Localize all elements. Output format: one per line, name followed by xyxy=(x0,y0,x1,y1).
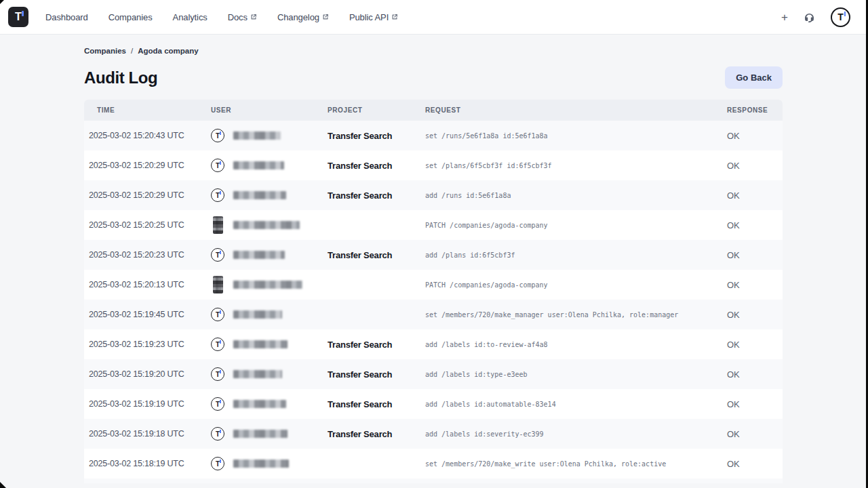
row-response: OK xyxy=(727,429,783,439)
breadcrumb-companies[interactable]: Companies xyxy=(84,47,126,55)
redacted-user-name xyxy=(233,131,281,140)
row-project: Transfer Search xyxy=(328,429,425,439)
row-request: set /members/720/make_manager user:Olena… xyxy=(425,311,727,319)
table-row: 2025-03-02 15:20:23 UTC T Transfer Searc… xyxy=(84,240,783,270)
row-user: T xyxy=(211,188,328,202)
row-time: 2025-03-02 15:20:23 UTC xyxy=(84,250,211,260)
audit-log-table: Time User Project Request Response 2025-… xyxy=(84,100,783,483)
table-row: 2025-03-02 15:19:19 UTC T Transfer Searc… xyxy=(84,389,783,419)
breadcrumb: Companies / Agoda company xyxy=(84,47,783,55)
table-row: 2025-03-02 15:19:23 UTC T Transfer Searc… xyxy=(84,329,783,359)
row-time: 2025-03-02 15:20:13 UTC xyxy=(84,280,211,289)
nav-item-changelog[interactable]: Changelog xyxy=(277,12,329,22)
redacted-user-name xyxy=(233,400,286,408)
redacted-user-name xyxy=(233,191,286,199)
column-header-project: Project xyxy=(328,106,425,114)
user-avatar-logo-icon: T xyxy=(211,129,224,142)
row-project: Transfer Search xyxy=(328,250,425,260)
row-response: OK xyxy=(727,340,783,350)
row-response: OK xyxy=(727,161,783,171)
redacted-user-name xyxy=(233,161,284,169)
row-time: 2025-03-02 15:18:19 UTC xyxy=(84,459,211,468)
user-avatar-logo-icon: T xyxy=(211,367,224,381)
row-time: 2025-03-02 15:20:29 UTC xyxy=(84,190,211,200)
row-user: T xyxy=(211,159,328,172)
redacted-user-name xyxy=(233,221,300,229)
column-header-response: Response xyxy=(727,106,783,114)
logo-accent xyxy=(22,11,24,16)
nav-item-analytics[interactable]: Analytics xyxy=(173,12,208,22)
user-avatar[interactable]: T xyxy=(831,7,850,27)
row-request: add /plans id:6f5cbf3f xyxy=(425,251,727,259)
redacted-user-name xyxy=(233,281,302,289)
row-response: OK xyxy=(727,190,783,201)
table-row: 2025-03-02 15:20:29 UTC T Transfer Searc… xyxy=(84,180,783,210)
row-time: 2025-03-02 15:20:43 UTC xyxy=(84,131,211,140)
row-time: 2025-03-02 15:19:20 UTC xyxy=(84,369,211,379)
nav-actions: + T xyxy=(781,7,850,27)
redacted-user-name xyxy=(233,370,282,378)
row-request: set /plans/6f5cbf3f id:6f5cbf3f xyxy=(425,162,727,169)
row-user: T xyxy=(211,427,328,441)
row-user: T xyxy=(211,338,328,351)
support-icon[interactable] xyxy=(803,11,816,24)
redacted-user-name xyxy=(233,340,288,348)
row-response: OK xyxy=(727,280,783,290)
table-header-row: Time User Project Request Response xyxy=(84,100,783,121)
nav-item-public-api[interactable]: Public API xyxy=(349,12,398,22)
user-avatar-photo xyxy=(213,216,223,234)
user-avatar-logo-icon: T xyxy=(211,159,224,172)
row-response: OK xyxy=(727,131,783,141)
title-row: Audit Log Go Back xyxy=(84,66,783,89)
add-button[interactable]: + xyxy=(781,12,788,23)
nav-item-dashboard[interactable]: Dashboard xyxy=(45,12,88,22)
column-header-time: Time xyxy=(84,106,211,114)
nav-menu: Dashboard Companies Analytics Docs Chang… xyxy=(45,12,398,22)
row-request: add /labels id:type-e3eeb xyxy=(425,371,727,378)
row-request: add /labels id:automatable-83e14 xyxy=(425,401,727,408)
row-time: 2025-03-02 15:19:23 UTC xyxy=(84,340,211,349)
row-request: PATCH /companies/agoda-company xyxy=(425,222,727,229)
row-time: 2025-03-02 15:19:19 UTC xyxy=(84,399,211,409)
row-user: T xyxy=(211,457,328,470)
table-row: 2025-03-02 15:19:18 UTC T Transfer Searc… xyxy=(84,419,783,449)
table-row: 2025-03-02 15:19:20 UTC T Transfer Searc… xyxy=(84,359,783,389)
row-project: Transfer Search xyxy=(328,161,425,171)
user-avatar-logo-icon: T xyxy=(211,188,224,202)
row-project: Transfer Search xyxy=(328,131,425,141)
table-row: 2025-03-02 15:20:13 UTC PATCH /companies… xyxy=(84,270,783,300)
breadcrumb-separator: / xyxy=(131,47,133,55)
breadcrumb-current[interactable]: Agoda company xyxy=(138,47,198,55)
user-avatar-logo-icon: T xyxy=(211,397,224,411)
user-avatar-logo-icon: T xyxy=(211,248,224,262)
row-time: 2025-03-02 15:20:25 UTC xyxy=(84,220,211,230)
redacted-user-name xyxy=(233,460,289,468)
user-avatar-logo-icon: T xyxy=(211,427,224,441)
table-row: 2025-03-02 15:20:29 UTC T Transfer Searc… xyxy=(84,150,783,180)
go-back-button[interactable]: Go Back xyxy=(725,66,783,89)
redacted-user-name xyxy=(233,430,288,438)
row-request: set /runs/5e6f1a8a id:5e6f1a8a xyxy=(425,132,727,140)
column-header-user: User xyxy=(211,106,328,114)
avatar-letter: T xyxy=(837,12,844,22)
nav-item-companies[interactable]: Companies xyxy=(108,12,153,22)
table-row: 2025-03-02 15:20:43 UTC T Transfer Searc… xyxy=(84,121,783,150)
row-response: OK xyxy=(727,369,783,380)
brand-logo[interactable]: T xyxy=(8,7,28,27)
row-response: OK xyxy=(727,310,783,320)
row-request: set /members/720/make_write user:Olena P… xyxy=(425,460,727,468)
table-row: 2025-03-02 15:18:19 UTC T set /members/7… xyxy=(84,449,783,479)
row-project: Transfer Search xyxy=(328,399,425,409)
window-corner xyxy=(0,482,6,488)
external-link-icon xyxy=(391,14,398,20)
row-request: PATCH /companies/agoda-company xyxy=(425,281,727,289)
row-request: add /labels id:to-review-af4a8 xyxy=(425,341,727,348)
external-link-icon xyxy=(250,14,257,20)
row-response: OK xyxy=(727,399,783,409)
nav-item-docs[interactable]: Docs xyxy=(228,12,257,22)
logo-accent xyxy=(844,12,846,16)
main-content: Companies / Agoda company Audit Log Go B… xyxy=(84,47,783,483)
row-user: T xyxy=(211,397,328,411)
table-row: 2025-03-02 15:20:25 UTC PATCH /companies… xyxy=(84,210,783,240)
redacted-user-name xyxy=(233,310,282,319)
